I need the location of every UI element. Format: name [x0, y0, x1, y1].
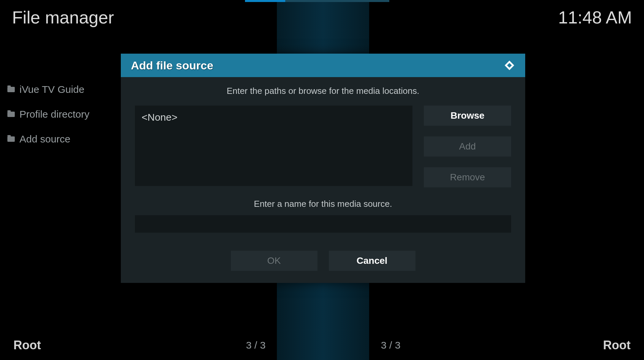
- page-title: File manager: [12, 7, 114, 27]
- topbar-accent: [245, 0, 285, 2]
- dialog-title: Add file source: [131, 59, 213, 72]
- remove-button[interactable]: Remove: [424, 167, 511, 187]
- folder-icon: [7, 136, 15, 142]
- footer-left-count: 3 / 3: [246, 340, 265, 351]
- kodi-logo-icon: [504, 60, 515, 71]
- folder-icon: [7, 112, 15, 117]
- footer-left-root: Root: [13, 338, 41, 352]
- folder-icon: [7, 87, 15, 92]
- browse-button[interactable]: Browse: [424, 106, 511, 126]
- footer-right-root: Root: [603, 338, 631, 352]
- footer-right-count: 3 / 3: [381, 340, 400, 351]
- cancel-button[interactable]: Cancel: [329, 251, 415, 271]
- dialog-header: Add file source: [121, 54, 525, 77]
- sidebar-item-ivue-tv-guide[interactable]: iVue TV Guide: [7, 84, 89, 95]
- sidebar-item-label: Profile directory: [19, 109, 89, 120]
- footer-bar: Root 3 / 3 3 / 3 Root: [0, 335, 644, 355]
- sidebar-item-add-source[interactable]: Add source: [7, 133, 89, 145]
- path-input-box[interactable]: <None>: [135, 106, 412, 186]
- add-file-source-dialog: Add file source Enter the paths or brows…: [121, 54, 525, 283]
- ok-button[interactable]: OK: [231, 251, 317, 271]
- file-list: iVue TV Guide Profile directory Add sour…: [7, 84, 89, 145]
- sidebar-item-profile-directory[interactable]: Profile directory: [7, 109, 89, 120]
- clock-label: 11:48 AM: [558, 7, 632, 27]
- paths-hint-label: Enter the paths or browse for the media …: [135, 86, 511, 96]
- source-name-input[interactable]: [135, 215, 511, 233]
- topbar-accent-2: [285, 0, 389, 2]
- sidebar-item-label: iVue TV Guide: [19, 84, 84, 95]
- add-button[interactable]: Add: [424, 136, 511, 157]
- name-hint-label: Enter a name for this media source.: [135, 199, 511, 209]
- sidebar-item-label: Add source: [19, 133, 70, 145]
